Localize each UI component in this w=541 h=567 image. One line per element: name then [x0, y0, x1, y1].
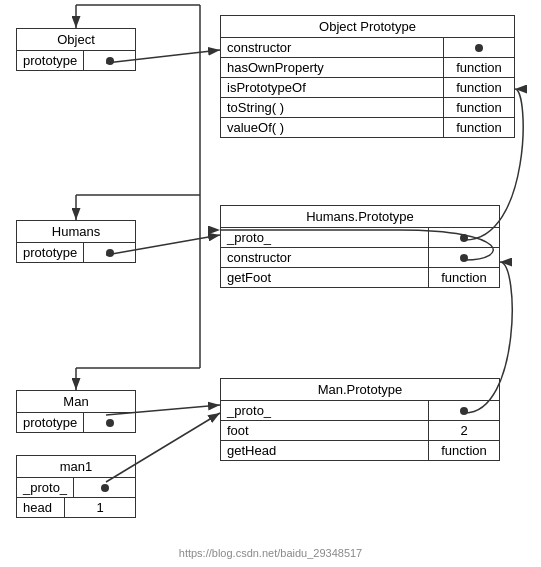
- man1-cell-head-label: head: [17, 498, 65, 517]
- op-row-constructor: constructor: [221, 38, 514, 58]
- hp-cell-constructor-dot: [429, 248, 499, 267]
- op-cell-hasownproperty-val: function: [444, 58, 514, 77]
- hp-row-constructor: constructor: [221, 248, 499, 268]
- mp-cell-gethead-label: getHead: [221, 441, 429, 460]
- hp-cell-getfoot-val: function: [429, 268, 499, 287]
- object-prototype-box: Object Prototype constructor hasOwnPrope…: [220, 15, 515, 138]
- man1-box: man1 _proto_ head 1: [16, 455, 136, 518]
- humans-header: Humans: [17, 221, 135, 243]
- op-cell-valueof-val: function: [444, 118, 514, 137]
- op-cell-isprototypeof-label: isPrototypeOf: [221, 78, 444, 97]
- object-row-prototype: prototype: [17, 51, 135, 70]
- humans-prototype-box: Humans.Prototype _proto_ constructor get…: [220, 205, 500, 288]
- op-row-tostring: toString( ) function: [221, 98, 514, 118]
- watermark: https://blog.csdn.net/baidu_29348517: [179, 547, 362, 559]
- op-row-valueof: valueOf( ) function: [221, 118, 514, 137]
- man1-cell-proto-label: _proto_: [17, 478, 74, 497]
- op-cell-isprototypeof-val: function: [444, 78, 514, 97]
- op-row-isprototypeof: isPrototypeOf function: [221, 78, 514, 98]
- man1-cell-head-val: 1: [65, 498, 135, 517]
- hp-row-getfoot: getFoot function: [221, 268, 499, 287]
- object-header: Object: [17, 29, 135, 51]
- humans-cell-prototype-dot: [84, 243, 135, 262]
- man-box: Man prototype: [16, 390, 136, 433]
- humans-row-prototype: prototype: [17, 243, 135, 262]
- man-cell-prototype-dot: [84, 413, 135, 432]
- mp-cell-proto-label: _proto_: [221, 401, 429, 420]
- humans-prototype-header: Humans.Prototype: [221, 206, 499, 228]
- hp-cell-proto-dot: [429, 228, 499, 247]
- op-cell-tostring-label: toString( ): [221, 98, 444, 117]
- object-cell-prototype-dot: [84, 51, 135, 70]
- hp-cell-getfoot-label: getFoot: [221, 268, 429, 287]
- hp-row-proto: _proto_: [221, 228, 499, 248]
- object-prototype-header: Object Prototype: [221, 16, 514, 38]
- man-cell-prototype-label: prototype: [17, 413, 84, 432]
- op-cell-constructor-dot: [444, 38, 514, 57]
- object-cell-prototype-label: prototype: [17, 51, 84, 70]
- mp-cell-proto-dot: [429, 401, 499, 420]
- man1-row-head: head 1: [17, 498, 135, 517]
- man-prototype-box: Man.Prototype _proto_ foot 2 getHead fun…: [220, 378, 500, 461]
- man-prototype-header: Man.Prototype: [221, 379, 499, 401]
- humans-box: Humans prototype: [16, 220, 136, 263]
- op-cell-hasownproperty-label: hasOwnProperty: [221, 58, 444, 77]
- mp-cell-gethead-val: function: [429, 441, 499, 460]
- humans-cell-prototype-label: prototype: [17, 243, 84, 262]
- man1-cell-proto-dot: [74, 478, 135, 497]
- mp-row-gethead: getHead function: [221, 441, 499, 460]
- op-cell-constructor-label: constructor: [221, 38, 444, 57]
- mp-row-foot: foot 2: [221, 421, 499, 441]
- man1-header: man1: [17, 456, 135, 478]
- mp-cell-foot-val: 2: [429, 421, 499, 440]
- op-cell-tostring-val: function: [444, 98, 514, 117]
- mp-row-proto: _proto_: [221, 401, 499, 421]
- object-box: Object prototype: [16, 28, 136, 71]
- man-header: Man: [17, 391, 135, 413]
- hp-cell-proto-label: _proto_: [221, 228, 429, 247]
- mp-cell-foot-label: foot: [221, 421, 429, 440]
- op-cell-valueof-label: valueOf( ): [221, 118, 444, 137]
- hp-cell-constructor-label: constructor: [221, 248, 429, 267]
- man-row-prototype: prototype: [17, 413, 135, 432]
- man1-row-proto: _proto_: [17, 478, 135, 498]
- diagram: Object prototype Object Prototype constr…: [0, 0, 541, 567]
- op-row-hasownproperty: hasOwnProperty function: [221, 58, 514, 78]
